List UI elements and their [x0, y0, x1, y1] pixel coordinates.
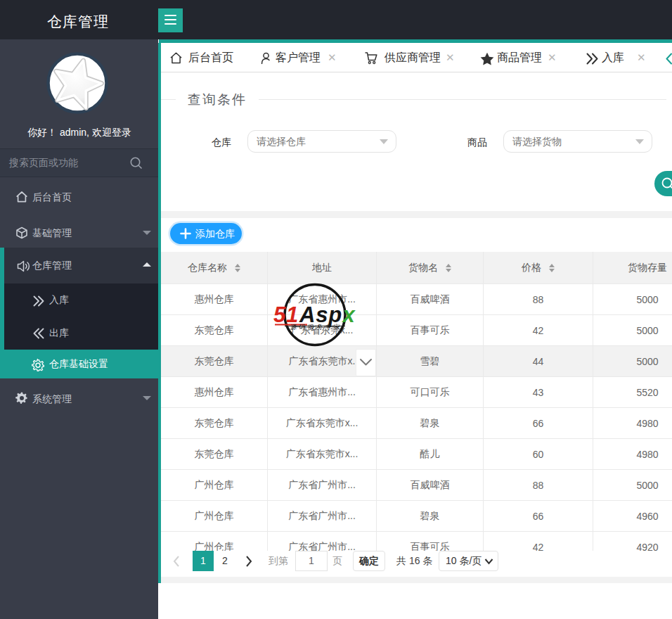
svg-text:源码服务专家: 源码服务专家 — [290, 324, 342, 331]
svg-text:x: x — [342, 302, 356, 327]
